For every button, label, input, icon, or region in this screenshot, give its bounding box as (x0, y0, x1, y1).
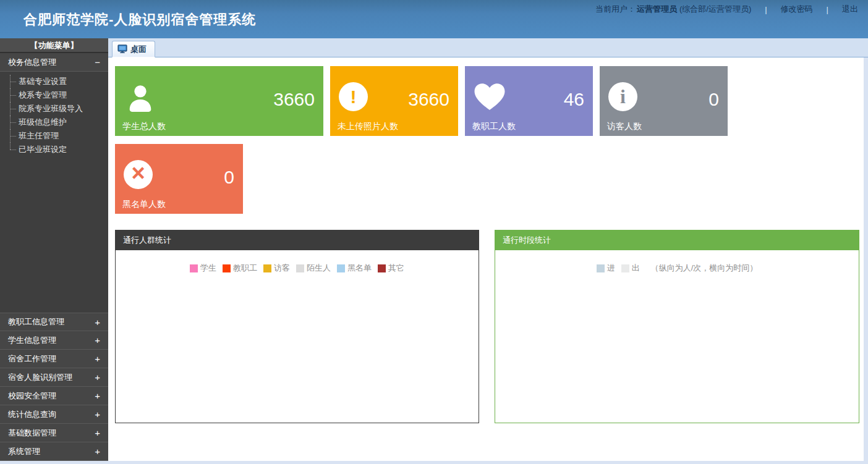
legend-label: 黑名单 (347, 263, 372, 274)
top-bar: 合肥师范学院-人脸识别宿舍管理系统 当前用户： 运营管理员 (综合部/运营管理员… (0, 0, 868, 38)
sidebar-group-label: 学生信息管理 (8, 335, 56, 346)
current-user-label: 当前用户： (595, 4, 636, 15)
content-area: 3660 学生总人数 ! 3660 未上传照片人数 (108, 57, 864, 461)
user-info-bar: 当前用户： 运营管理员 (综合部/运营管理员) | 修改密码 | 退出 (595, 4, 858, 15)
card-staff-total: 46 教职工人数 (465, 66, 593, 136)
sidebar-group-label: 系统管理 (8, 446, 40, 457)
sidebar-group-label: 宿舍人脸识别管理 (8, 372, 72, 383)
cross-icon: × (124, 160, 153, 189)
card-value: 3660 (408, 89, 449, 110)
current-user-name: 运营管理员 (637, 4, 677, 15)
legend-label: 教职工 (233, 263, 257, 274)
stat-panels: 通行人群统计 学生 教职工 (115, 230, 859, 423)
legend-item-stranger[interactable]: 陌生人 (296, 263, 331, 274)
sidebar-group-staff-info[interactable]: 教职工信息管理 + (0, 313, 108, 331)
sidebar-group-dorm-face-recognition[interactable]: 宿舍人脸识别管理 + (0, 368, 108, 387)
sidebar-group-school-affairs[interactable]: 校务信息管理 − (0, 53, 108, 72)
card-value: 0 (224, 167, 234, 188)
pass-people-chart: 学生 教职工 访客 陌 (116, 263, 479, 435)
card-label: 未上传照片人数 (338, 121, 398, 132)
sidebar-group-student-info[interactable]: 学生信息管理 + (0, 331, 108, 350)
main-area: 桌面 3660 学生总人数 (108, 38, 868, 464)
legend-item-in[interactable]: 进 (597, 263, 615, 274)
expand-icon: + (95, 391, 100, 400)
desktop-monitor-icon (117, 44, 127, 54)
stat-cards: 3660 学生总人数 ! 3660 未上传照片人数 (115, 66, 728, 214)
card-label: 教职工人数 (472, 121, 516, 132)
panel-title: 通行时段统计 (495, 230, 859, 250)
sidebar-item-graduated-class-setting[interactable]: 已毕业班设定 (0, 143, 108, 156)
legend-swatch (378, 264, 386, 272)
legend-item-blacklist[interactable]: 黑名单 (337, 263, 372, 274)
pass-time-chart: 进 出 （纵向为人/次，横向为时间） (495, 263, 859, 435)
legend-label: 学生 (200, 263, 216, 274)
card-value: 0 (708, 89, 719, 110)
legend-label: 陌生人 (307, 263, 331, 274)
legend-label: 出 (632, 263, 640, 274)
legend-item-staff[interactable]: 教职工 (223, 263, 257, 274)
legend-swatch (223, 264, 231, 272)
legend-item-out[interactable]: 出 (621, 263, 640, 274)
page-layout: 【功能菜单】 校务信息管理 − 基础专业设置 校系专业管理 院系专业班级导入 班… (0, 38, 868, 464)
info-icon: i (608, 82, 637, 111)
sidebar-collapsed-groups: 教职工信息管理 + 学生信息管理 + 宿舍工作管理 + 宿舍人脸识别管理 + 校… (0, 313, 108, 461)
sidebar-item-basic-major-setup[interactable]: 基础专业设置 (0, 75, 108, 88)
expand-icon: + (95, 373, 100, 382)
legend-swatch (263, 264, 271, 272)
change-password-link[interactable]: 修改密码 (781, 4, 813, 15)
panel-title: 通行人群统计 (116, 230, 479, 250)
legend-item-student[interactable]: 学生 (190, 263, 216, 274)
sidebar-group-system-management[interactable]: 系统管理 + (0, 442, 108, 461)
sidebar-item-department-major-management[interactable]: 校系专业管理 (0, 88, 108, 102)
panel-pass-time-stats: 通行时段统计 进 出 （纵向为人/次，横向为时间） (495, 230, 859, 423)
logout-link[interactable]: 退出 (842, 4, 858, 15)
tab-desktop[interactable]: 桌面 (112, 41, 155, 57)
sidebar-menu-title: 【功能菜单】 (0, 38, 108, 53)
sidebar-group-statistics-query[interactable]: 统计信息查询 + (0, 405, 108, 424)
sidebar-filler (0, 161, 108, 313)
legend-item-visitor[interactable]: 访客 (263, 263, 290, 274)
sidebar-group-label: 统计信息查询 (8, 409, 56, 420)
sidebar-group-label: 校园安全管理 (8, 390, 56, 402)
sidebar-item-class-info-maintenance[interactable]: 班级信息维护 (0, 116, 108, 129)
panel-pass-people-stats: 通行人群统计 学生 教职工 (115, 230, 479, 423)
card-label: 黑名单人数 (122, 199, 166, 210)
sidebar-group-label: 校务信息管理 (8, 57, 56, 68)
sidebar-submenu: 基础专业设置 校系专业管理 院系专业班级导入 班级信息维护 班主任管理 已毕业班… (0, 72, 108, 161)
legend-swatch (337, 264, 345, 272)
sidebar-item-class-import[interactable]: 院系专业班级导入 (0, 102, 108, 116)
page-title: 合肥师范学院-人脸识别宿舍管理系统 (23, 11, 256, 29)
sidebar-group-dorm-work[interactable]: 宿舍工作管理 + (0, 350, 108, 368)
legend-item-other[interactable]: 其它 (378, 263, 404, 274)
card-visitor-total: i 0 访客人数 (600, 66, 728, 136)
sidebar-item-head-teacher-management[interactable]: 班主任管理 (0, 129, 108, 143)
sidebar-group-basic-data[interactable]: 基础数据管理 + (0, 424, 108, 442)
card-student-total: 3660 学生总人数 (115, 66, 323, 136)
legend-swatch (597, 264, 605, 272)
sidebar-group-campus-safety[interactable]: 校园安全管理 + (0, 387, 108, 405)
expand-icon: + (95, 428, 100, 437)
legend-swatch (296, 264, 304, 272)
expand-icon: + (95, 447, 100, 456)
chart-legend: 学生 教职工 访客 陌 (116, 263, 479, 274)
legend-label: 其它 (388, 263, 404, 274)
current-user-dept: (综合部/运营管理员) (679, 4, 751, 15)
legend-label: 进 (607, 263, 615, 274)
card-label: 学生总人数 (122, 121, 166, 132)
chart-legend: 进 出 （纵向为人/次，横向为时间） (495, 263, 859, 274)
person-icon (124, 82, 157, 118)
legend-swatch (621, 264, 629, 272)
divider: | (827, 5, 828, 14)
collapse-icon: − (95, 57, 100, 67)
tab-strip: 桌面 (108, 38, 868, 57)
divider: | (765, 5, 767, 14)
card-value: 46 (564, 89, 584, 110)
expand-icon: + (95, 354, 100, 363)
heart-icon (474, 82, 506, 114)
exclamation-icon: ! (339, 82, 368, 111)
expand-icon: + (95, 410, 100, 419)
tab-label: 桌面 (130, 44, 147, 55)
sidebar-group-label: 教职工信息管理 (8, 316, 64, 327)
expand-icon: + (95, 335, 100, 345)
expand-icon: + (95, 318, 100, 327)
